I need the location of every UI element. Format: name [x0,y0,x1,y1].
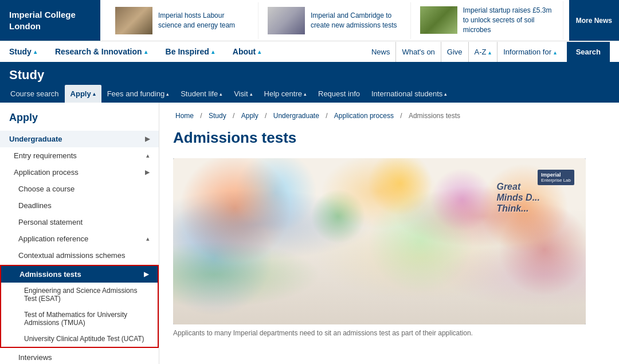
breadcrumb-sep1: / [200,112,204,120]
news-ticker: Imperial hosts Labour science and energy… [100,0,569,41]
search-button[interactable]: Search [567,42,610,62]
subnav-course-search[interactable]: Course search [5,85,65,103]
logo-line1: Imperial College [9,9,76,21]
nav-study[interactable]: Study ▴ [0,41,46,62]
nav-az[interactable]: A-Z ▴ [468,42,497,62]
breadcrumb-sep5: / [400,112,404,120]
sidebar-choose-course[interactable]: Choose a course [0,181,159,197]
subnav-student-life[interactable]: Student life ▴ [175,85,228,103]
nav-study-arrow: ▴ [34,49,37,55]
breadcrumb-home[interactable]: Home [175,112,194,120]
sign-overlay: Imperial Enterprise Lab [538,170,574,185]
great-minds-text: Great Minds D... Think... [496,181,540,214]
news-text-1: Imperial hosts Labour science and energy… [158,11,249,30]
nav-info[interactable]: Information for ▴ [497,42,562,62]
nav-research-arrow: ▴ [144,49,147,55]
subnav-help-arrow: ▴ [304,91,307,97]
sidebar-deadlines[interactable]: Deadlines [0,197,159,214]
app-process-arrow: ▶ [145,169,150,176]
sidebar-application-reference[interactable]: Application reference ▴ [0,230,159,247]
subnav-student-life-arrow: ▴ [220,91,222,97]
main-nav-left: Study ▴ Research & Innovation ▴ Be Inspi… [0,41,270,62]
logo-line2: London [9,21,76,32]
news-text-2: Imperial and Cambridge to create new adm… [311,11,401,30]
subnav-visit[interactable]: Visit ▴ [228,85,258,103]
news-text-3: Imperial startup raises £5.3m to unlock … [463,6,554,34]
logo[interactable]: Imperial College London [0,0,100,41]
breadcrumb-study[interactable]: Study [209,112,226,120]
sidebar-tmua[interactable]: Test of Mathematics for University Admis… [1,307,158,331]
sidebar-contextual[interactable]: Contextual admissions schemes [0,247,159,264]
breadcrumb-sep4: / [326,112,330,120]
news-thumb-3 [420,6,457,34]
study-bar-title: Study [0,63,619,85]
sidebar-admissions-tests-group: Admissions tests ▶ Engineering and Scien… [0,265,159,348]
subnav-international[interactable]: International students ▴ [366,85,453,103]
nav-inspired[interactable]: Be Inspired ▴ [156,41,224,62]
undergraduate-arrow: ▶ [145,135,150,143]
sidebar-application-process[interactable]: Application process ▶ [0,164,159,181]
sign-text-2: Enterprise Lab [541,178,571,183]
breadcrumb-undergrad[interactable]: Undergraduate [273,112,319,120]
nav-inspired-arrow: ▴ [211,49,214,55]
admissions-tests-arrow: ▶ [144,271,148,278]
content-wrapper: Apply Undergraduate ▶ Entry requirements… [0,103,619,364]
news-thumb-1 [115,7,152,34]
sidebar-ucat[interactable]: University Clinical Aptitude Test (UCAT) [1,331,158,347]
people-layer [173,208,586,324]
breadcrumb: Home / Study / Apply / Undergraduate / A… [173,112,605,120]
nav-give[interactable]: Give [441,42,468,62]
sidebar-admissions-tests[interactable]: Admissions tests ▶ [1,266,158,283]
sidebar-entry-requirements[interactable]: Entry requirements ▴ [0,147,159,164]
nav-whatson[interactable]: What's on [395,42,440,62]
subnav-international-arrow: ▴ [444,91,447,97]
page-title: Admissions tests [173,129,605,147]
news-item-2[interactable]: Imperial and Cambridge to create new adm… [258,2,411,39]
news-item-1[interactable]: Imperial hosts Labour science and energy… [106,2,258,39]
news-thumb-2 [268,7,305,34]
main-content: Home / Study / Apply / Undergraduate / A… [159,103,619,364]
nav-research[interactable]: Research & Innovation ▴ [46,41,156,62]
sidebar-interviews[interactable]: Interviews [0,349,159,364]
sidebar-undergraduate[interactable]: Undergraduate ▶ [0,131,159,147]
breadcrumb-sep3: / [265,112,269,120]
hero-image: Imperial Enterprise Lab Great Minds D...… [173,158,586,324]
sidebar-title: Apply [0,112,159,131]
nav-news[interactable]: News [366,42,396,62]
subnav-apply-arrow: ▴ [93,91,96,97]
breadcrumb-current: Admissions tests [409,112,460,120]
news-item-3[interactable]: Imperial startup raises £5.3m to unlock … [411,1,563,39]
nav-info-arrow: ▴ [554,49,557,56]
top-bar: Imperial College London Imperial hosts L… [0,0,619,41]
app-ref-arrow: ▴ [146,235,150,242]
nav-az-arrow: ▴ [488,49,491,56]
main-nav-right: News What's on Give A-Z ▴ Information fo… [366,42,619,62]
subnav-apply[interactable]: Apply ▴ [65,85,101,103]
subnav-request-info[interactable]: Request info [312,85,366,103]
nav-about-arrow: ▴ [258,49,261,55]
nav-about[interactable]: About ▴ [224,41,270,62]
study-subnav: Course search Apply ▴ Fees and funding ▴… [0,85,619,103]
sidebar-personal-statement[interactable]: Personal statement [0,214,159,230]
study-bar: Study Course search Apply ▴ Fees and fun… [0,63,619,103]
subnav-visit-arrow: ▴ [250,91,253,97]
subnav-fees-arrow: ▴ [166,91,169,97]
breadcrumb-sep2: / [233,112,237,120]
breadcrumb-apply[interactable]: Apply [241,112,258,120]
entry-req-arrow: ▴ [146,152,150,159]
subnav-help[interactable]: Help centre ▴ [258,85,312,103]
more-news-button[interactable]: More News [569,0,619,41]
sidebar: Apply Undergraduate ▶ Entry requirements… [0,103,159,364]
sign-text-1: Imperial [541,172,571,178]
body-text: Applicants to many Imperial departments … [173,329,605,337]
breadcrumb-app-process[interactable]: Application process [334,112,394,120]
subnav-fees[interactable]: Fees and funding ▴ [101,85,175,103]
main-navigation: Study ▴ Research & Innovation ▴ Be Inspi… [0,41,619,63]
sidebar-esat[interactable]: Engineering and Science Admissions Test … [1,283,158,307]
